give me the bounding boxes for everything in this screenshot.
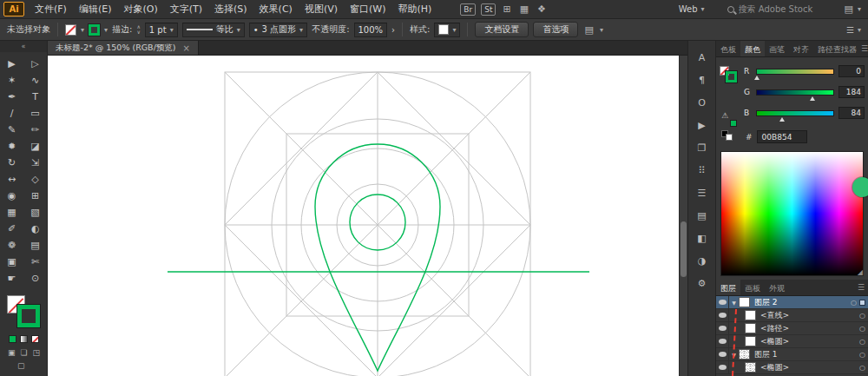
channel-value-field[interactable]: 84 — [838, 107, 865, 119]
stroke-panel-icon[interactable]: ☰ — [688, 181, 715, 204]
stroke-color-swatch[interactable] — [17, 305, 40, 327]
target-circle-icon[interactable]: ○ — [857, 338, 868, 346]
search-input[interactable] — [739, 4, 832, 14]
draw-inside-icon[interactable]: ◳ — [33, 348, 41, 357]
gradient-button[interactable] — [20, 335, 28, 343]
menu-item[interactable]: 效果(C) — [253, 0, 299, 19]
width-tool[interactable]: ↔ — [0, 171, 23, 188]
column-graph-tool[interactable]: ▤ — [23, 237, 47, 254]
type-tool[interactable]: T — [23, 89, 47, 105]
layer-row[interactable]: ▼图层 1○ — [716, 348, 868, 361]
blend-tool[interactable]: ◐ — [23, 221, 47, 237]
stock-icon[interactable]: St — [481, 3, 496, 16]
channel-value-field[interactable]: 0 — [838, 65, 865, 77]
shape-builder-tool[interactable]: ◉ — [0, 188, 23, 204]
share-icon[interactable]: ❖ — [536, 3, 548, 15]
width-profile-dropdown[interactable]: 等比 ▾ — [182, 23, 245, 37]
brush-dropdown[interactable]: • 3 点圆形 ▾ — [249, 23, 307, 37]
color-spectrum[interactable]: ◢ — [720, 151, 864, 276]
zoom-tool[interactable]: ⊙ — [23, 270, 47, 287]
channel-g-slider[interactable] — [756, 89, 834, 96]
menu-item[interactable]: 文字(T) — [164, 0, 208, 19]
eyedropper-tool[interactable]: ✐ — [0, 221, 23, 237]
panel-menu-icon[interactable]: ☰ — [858, 280, 868, 295]
character-panel-icon[interactable]: A — [688, 46, 715, 69]
vertical-scrollbar[interactable] — [679, 56, 687, 376]
target-circle-icon[interactable]: ○ — [857, 312, 868, 320]
document-setup-button[interactable]: 文档设置 — [475, 22, 529, 37]
panel-menu-icon[interactable]: ☰ — [861, 41, 868, 56]
stock-search[interactable] — [727, 4, 832, 14]
preferences-button[interactable]: 首选项 — [533, 22, 578, 37]
hex-value-field[interactable]: 00B854 — [757, 130, 807, 143]
menu-item[interactable]: 文件(F) — [29, 0, 73, 19]
stroke-swatch[interactable] — [89, 24, 100, 36]
scale-tool[interactable]: ⇲ — [23, 155, 47, 171]
tab-color[interactable]: 颜色 — [740, 41, 765, 56]
direct-selection-tool[interactable]: ▷ — [23, 56, 47, 72]
rotate-tool[interactable]: ↻ — [0, 155, 23, 171]
chevron-down-icon[interactable]: ▾ — [81, 26, 84, 34]
perspective-grid-tool[interactable]: ⊞ — [23, 188, 47, 204]
slider-handle-icon[interactable] — [810, 96, 815, 101]
resize-grip-icon[interactable]: ◢ — [858, 268, 863, 276]
transparency-panel-icon[interactable]: ◑ — [688, 249, 715, 272]
artboard-canvas[interactable] — [48, 56, 687, 376]
draw-normal-icon[interactable]: ▣ — [8, 348, 16, 357]
visibility-toggle[interactable] — [716, 309, 729, 321]
artboard-tool[interactable]: ▣ — [0, 254, 23, 270]
white-swatch[interactable] — [726, 134, 733, 141]
stroke-color-swatch[interactable] — [726, 71, 737, 82]
gamut-warning-icon[interactable]: ⚠ — [721, 111, 728, 120]
hand-tool[interactable]: ☛ — [0, 270, 23, 287]
stroke-weight-stepper[interactable]: ∧ ∨ — [136, 24, 140, 35]
stepper-down-icon[interactable]: ∨ — [136, 30, 140, 35]
gradient-panel-icon[interactable]: ◧ — [688, 227, 715, 249]
symbols-panel-icon[interactable]: ⠿ — [688, 159, 715, 181]
none-button[interactable] — [31, 335, 39, 343]
workspace-switcher[interactable]: Web ▾ — [672, 4, 712, 14]
visibility-toggle[interactable] — [716, 335, 729, 347]
eraser-tool[interactable]: ◪ — [23, 138, 47, 155]
paintbrush-tool[interactable]: ✎ — [0, 122, 23, 138]
slider-handle-icon[interactable] — [754, 76, 760, 80]
blob-brush-tool[interactable]: ✹ — [0, 138, 23, 155]
layout-view-icon[interactable]: ▦ — [518, 3, 530, 15]
tab-appearance[interactable]: 外观 — [765, 280, 789, 295]
layer-row[interactable]: <椭圆>○ — [716, 335, 868, 348]
pencil-tool[interactable]: ✏ — [23, 122, 47, 138]
chevron-down-icon[interactable]: ▾ — [104, 26, 108, 34]
symbol-sprayer-tool[interactable]: ❁ — [0, 237, 23, 254]
fill-swatch[interactable] — [65, 24, 76, 36]
paragraph-panel-icon[interactable]: ¶ — [688, 69, 715, 91]
menu-item[interactable]: 选择(S) — [208, 0, 253, 19]
scrollbar-thumb[interactable] — [681, 221, 687, 277]
slider-handle-icon[interactable] — [779, 117, 785, 122]
channel-r-slider[interactable] — [756, 69, 834, 75]
gradient-tool[interactable]: ▧ — [23, 204, 47, 221]
visibility-toggle[interactable] — [716, 322, 729, 334]
screen-mode-button[interactable]: ▢ — [17, 361, 25, 370]
layer-row[interactable]: ▼图层 2○ — [716, 296, 868, 309]
graphic-styles-panel-icon[interactable]: ▤ — [688, 204, 715, 227]
lasso-tool[interactable]: ∿ — [23, 72, 47, 89]
tab-brushes[interactable]: 画笔 — [765, 41, 789, 56]
document-tab[interactable]: 未标题-2* @ 150% (RGB/预览) × — [48, 41, 199, 55]
tab-pathfinder[interactable]: 路径查找器 — [813, 41, 861, 56]
visibility-toggle[interactable] — [716, 348, 729, 360]
tab-artboards[interactable]: 画板 — [740, 280, 765, 295]
layer-row[interactable]: <直线>○ — [716, 309, 868, 322]
grid-view-icon[interactable]: ⊞ — [501, 3, 512, 15]
opacity-more-icon[interactable]: › — [391, 25, 395, 35]
channel-b-slider[interactable] — [756, 110, 834, 116]
illustrator-logo[interactable]: Ai — [3, 2, 24, 16]
panel-options-icon[interactable]: ▤ — [582, 24, 595, 36]
toolbar-collapse-button[interactable]: « — [0, 41, 47, 52]
opentype-panel-icon[interactable]: O — [688, 91, 715, 114]
panel-menu-icon[interactable]: ☰ — [846, 25, 854, 35]
channel-value-field[interactable]: 184 — [838, 86, 865, 98]
expander-icon[interactable]: ▼ — [729, 300, 739, 306]
color-button[interactable] — [9, 335, 16, 343]
mesh-tool[interactable]: ▦ — [0, 204, 23, 221]
close-icon[interactable]: × — [183, 43, 190, 53]
